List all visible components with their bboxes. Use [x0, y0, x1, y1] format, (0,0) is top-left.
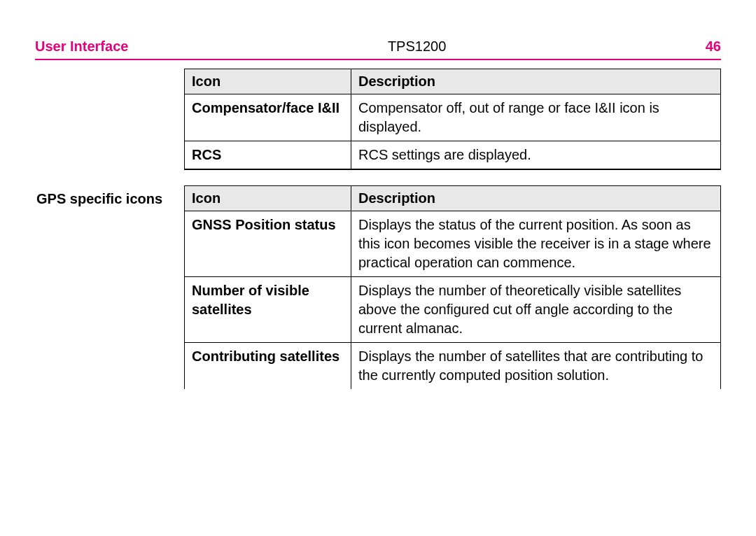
cell-icon: Contributing satellites — [185, 343, 351, 390]
table-header-row: Icon Description — [185, 186, 721, 211]
table-row: RCS RCS settings are displayed. — [185, 141, 721, 170]
icon-table-2: Icon Description GNSS Position status Di… — [184, 185, 721, 389]
cell-description: Displays the status of the current posit… — [351, 211, 721, 277]
table-row: GNSS Position status Displays the status… — [185, 211, 721, 277]
table-header-row: Icon Description — [185, 69, 721, 94]
table-row: Compensator/face I&II Compensator off, o… — [185, 94, 721, 141]
cell-icon: RCS — [185, 141, 351, 170]
section-label-gps: GPS specific icons — [35, 185, 184, 207]
col-header-description: Description — [351, 186, 721, 211]
header-page-number: 46 — [706, 38, 721, 55]
cell-icon: Number of visible satellites — [185, 277, 351, 343]
col-header-icon: Icon — [185, 186, 351, 211]
header-section-title: User Interface — [35, 38, 128, 55]
table-row: Number of visible satellites Displays th… — [185, 277, 721, 343]
col-header-description: Description — [351, 69, 721, 94]
cell-description: Compensator off, out of range or face I&… — [351, 94, 721, 141]
cell-icon: Compensator/face I&II — [185, 94, 351, 141]
header-model: TPS1200 — [388, 38, 446, 55]
section-continuation: Icon Description Compensator/face I&II C… — [35, 69, 721, 185]
col-header-icon: Icon — [185, 69, 351, 94]
icon-table-1: Icon Description Compensator/face I&II C… — [184, 69, 721, 170]
cell-icon: GNSS Position status — [185, 211, 351, 277]
section-label-empty — [35, 69, 184, 74]
section-gps-icons: GPS specific icons Icon Description GNSS… — [35, 185, 721, 389]
table-row: Contributing satellites Displays the num… — [185, 343, 721, 390]
page-header: User Interface TPS1200 46 — [35, 38, 721, 60]
cell-description: Displays the number of satellites that a… — [351, 343, 721, 390]
cell-description: Displays the number of theoretically vis… — [351, 277, 721, 343]
cell-description: RCS settings are displayed. — [351, 141, 721, 170]
